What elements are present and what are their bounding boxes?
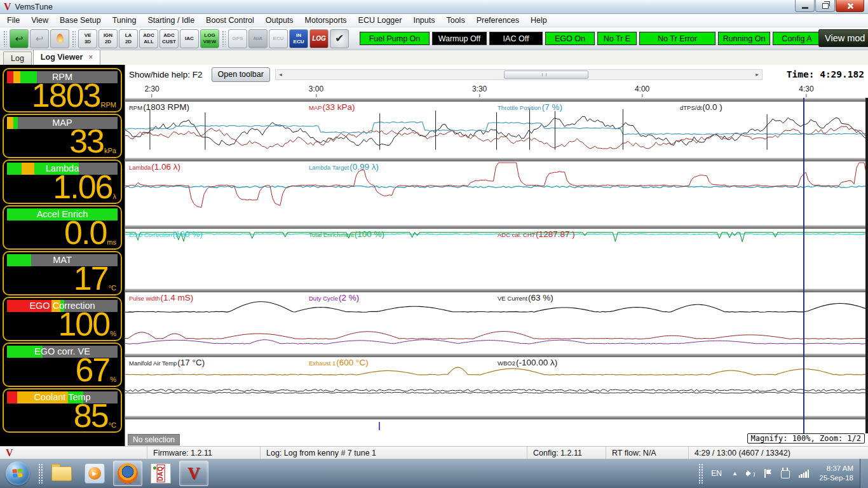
close-button[interactable] [836,0,864,12]
action-center-flag-icon[interactable] [764,469,772,478]
warmup-indicator: Warmup Off [432,32,487,45]
na-button[interactable]: N/A [248,29,268,48]
idaq-taskbar-icon[interactable]: DAQ [146,461,175,486]
adc-cust-button[interactable]: ADC CUST [159,29,179,48]
minimize-button[interactable] [795,0,815,12]
upload-config-icon[interactable]: ↩ [30,29,49,48]
menu-starting-idle[interactable]: Starting / Idle [142,15,200,25]
ecu-button[interactable]: ECU [269,29,288,48]
viewer-toolbar-row: Show/hide help: F2 Open toolbar ◄ ► Time… [125,65,868,84]
log-view-button[interactable]: LOG VIEW [200,29,219,48]
media-player-taskbar-icon[interactable]: ▶ [80,461,109,486]
vemstune-icon: V [187,465,200,482]
gauge-unit: kPa [104,147,116,154]
status-indicators: Fuel Pump OnWarmup OffIAC OffEGO OnNo Tr… [358,32,822,45]
la-2d-button[interactable]: LA 2D [119,29,138,48]
open-toolbar-button[interactable]: Open toolbar [212,67,270,82]
menu-view[interactable]: View [25,15,54,25]
idaq-icon: DAQ [151,463,171,484]
menu-inputs[interactable]: Inputs [407,15,440,25]
menu-outputs[interactable]: Outputs [260,15,299,25]
toolbar-conn-group: GPSN/AECUIN ECULOG✔ [227,29,349,48]
windows-logo-icon [12,468,24,478]
restore-button[interactable] [815,0,835,12]
gauge-unit: ms [107,239,116,246]
app-logo-icon: V [4,2,11,12]
menu-help[interactable]: Help [525,15,553,25]
gauge-title-bar: Coolant Temp [7,391,118,403]
menu-boost-control[interactable]: Boost Control [200,15,260,25]
volume-icon[interactable] [746,470,756,478]
gauge-name: EGO corr. VE [7,346,118,358]
gauge-value: 33kPa [69,127,116,156]
menu-base-setup[interactable]: Base Setup [54,15,107,25]
system-tray: EN ▲ 8:37 AM 25-Sep-18 [696,459,868,488]
download-config-icon[interactable]: ↩ [10,29,29,48]
gps-button[interactable]: GPS [228,29,247,48]
help-text: Show/hide help: F2 [129,70,203,79]
horizontal-scrollbar[interactable]: ◄ ► [275,69,763,80]
vemstune-taskbar-icon[interactable]: V [179,461,208,486]
time-axis: 2:303:003:304:004:30 [125,84,868,98]
iac-button[interactable]: IAC [180,29,199,48]
chart-panels: RPM(1803 RPM)MAP(33 kPa)Throttle Positio… [125,98,868,433]
time-display: Time: 4:29.182 [768,69,864,79]
menu-motorsports[interactable]: Motorsports [299,15,353,25]
show-desktop-button[interactable] [860,459,868,488]
view-mode-button[interactable]: View mod [818,29,868,47]
gauge-value: 1803RPM [32,81,116,111]
burn-icon[interactable] [50,29,69,48]
config-a-indicator: Config A [773,32,821,45]
language-indicator[interactable]: EN [711,469,722,478]
panel-rpm-map-tps[interactable]: RPM(1803 RPM)MAP(33 kPa)Throttle Positio… [125,102,868,158]
toolbar-view-group: VE 3DIGN 2DLA 2DADC ALLADC CUSTIACLOG VI… [78,29,220,48]
network-signal-icon[interactable] [799,470,810,478]
menu-file[interactable]: File [1,15,25,25]
tab-log-viewer[interactable]: Log Viewer × [33,49,100,65]
menu-preferences[interactable]: Preferences [471,15,525,25]
panel-lambda[interactable]: Lambda(1.06 λ)Lambda Target(0.99 λ) [125,161,868,225]
scroll-right-icon[interactable]: ► [752,72,762,78]
flame-icon [56,33,64,43]
log-cursor[interactable] [803,98,804,433]
gauge-sidebar: RPM1803RPMMAP33kPaLambda1.06λAccel Enric… [0,65,125,446]
explorer-taskbar-icon[interactable] [47,461,76,486]
tab-bar: Log Log Viewer × [0,50,868,65]
gauge-rpm: RPM1803RPM [3,68,122,112]
selection-strip[interactable] [125,419,868,433]
statusbar-position: 4:29 / 13:00 (4607 / 13342) [689,447,868,459]
log-button[interactable]: LOG [309,29,329,48]
adc-all-button[interactable]: ADC ALL [139,29,158,48]
toolbar: ↩↩ VE 3DIGN 2DLA 2DADC ALLADC CUSTIACLOG… [0,27,868,50]
gauge-unit: λ [113,193,117,200]
ve-3d-button[interactable]: VE 3D [78,29,97,48]
time-tick: 4:00 [635,85,649,97]
minimize-icon [802,7,808,9]
in-ecu-button[interactable]: IN ECU [289,29,308,48]
statusbar-config: Config: 1.2.11 [527,447,606,459]
main-area: RPM1803RPMMAP33kPaLambda1.06λAccel Enric… [0,65,868,446]
toolbar-grip [72,30,76,47]
clock[interactable]: 8:37 AM 25-Sep-18 [819,464,853,483]
power-plug-icon[interactable] [781,470,790,478]
start-button[interactable] [6,461,30,485]
ign-2d-button[interactable]: IGN 2D [98,29,118,48]
taskbar: ▶ DAQ V EN ▲ 8:37 AM 25-Sep-18 [0,459,868,488]
scrollbar-thumb[interactable] [504,71,588,79]
tab-log[interactable]: Log [3,51,32,65]
panel-ego-enrichment[interactable]: EGO Correction(100 %)Total Enrichment(10… [125,229,868,288]
menu-tuning[interactable]: Tuning [107,15,142,25]
show-hidden-icons-icon[interactable]: ▲ [732,470,738,477]
gauge-name: MAT [7,254,118,266]
menu-tools[interactable]: Tools [440,15,470,25]
panel-pulsewidth-ve[interactable]: Pulse width(1.4 mS)Duty Cycle(2 %)VE Cur… [125,292,868,353]
scroll-left-icon[interactable]: ◄ [276,72,285,78]
vertical-scrollbar[interactable] [865,98,868,433]
panel-temps-wbo2[interactable]: Manifold Air Temp(17 °C)Exhaust 1(600 °C… [125,357,868,416]
tab-close-icon[interactable]: × [88,53,93,62]
no-selection-badge: No selection [128,434,180,445]
connect-check-button[interactable]: ✔ [330,29,349,48]
menu-ecu-logger[interactable]: ECU Logger [353,15,408,25]
gauge-unit: °C [109,422,116,429]
firefox-taskbar-icon[interactable] [113,461,142,486]
